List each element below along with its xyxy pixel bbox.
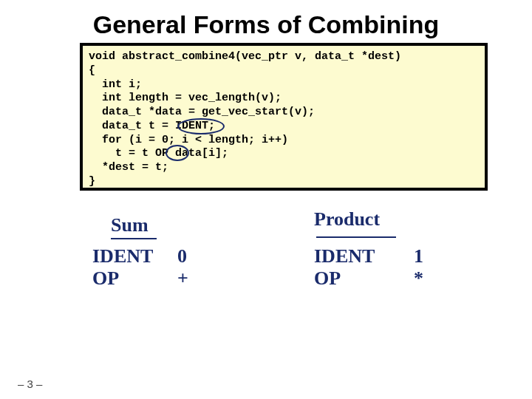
anno-sum-labels: IDENT OP bbox=[92, 245, 153, 290]
anno-sum-title: Sum bbox=[111, 214, 149, 236]
anno-product-title: Product bbox=[314, 208, 380, 231]
anno-product-labels: IDENT OP bbox=[314, 245, 375, 290]
anno-product-values: 1 * bbox=[414, 245, 423, 290]
slide-title: General Forms of Combining bbox=[0, 10, 532, 39]
circle-op bbox=[166, 145, 189, 161]
code-block: void abstract_combine4(vec_ptr v, data_t… bbox=[83, 46, 485, 188]
anno-sum-values: 0 + bbox=[177, 245, 188, 290]
page-number: – 3 – bbox=[18, 378, 42, 390]
anno-sum-underline bbox=[111, 238, 157, 239]
circle-ident bbox=[177, 118, 225, 134]
anno-product-underline bbox=[316, 236, 396, 238]
